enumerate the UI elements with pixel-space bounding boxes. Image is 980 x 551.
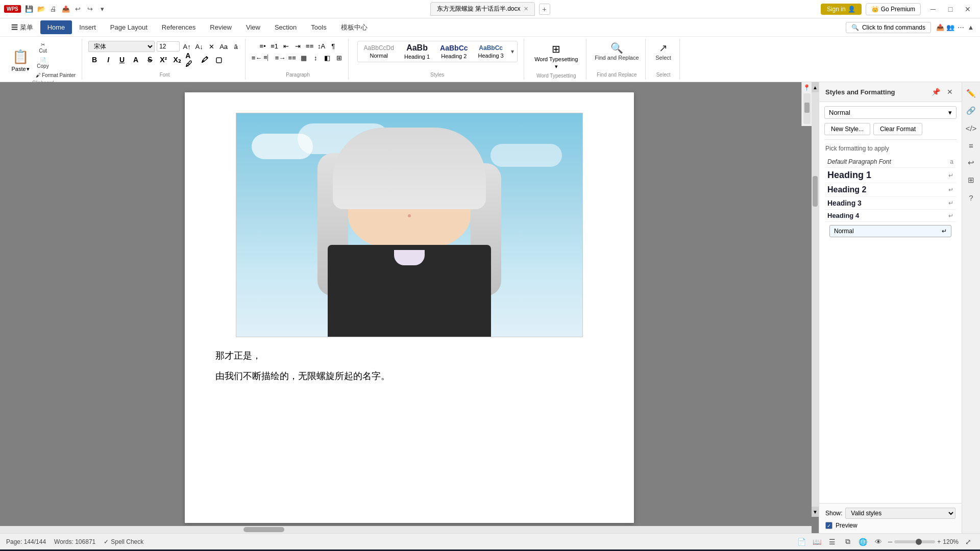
pinyin-button[interactable]: ā xyxy=(231,41,241,52)
template-tab[interactable]: 模板中心 xyxy=(334,20,375,35)
style-gallery-expand[interactable]: ▾ xyxy=(510,47,515,56)
line-spacing-button[interactable]: ↕ xyxy=(310,53,321,63)
share-icon[interactable]: 📤 xyxy=(935,22,945,33)
document-scroll[interactable]: 那才正是， 由我们不断描绘的，无限螺旋所起的名字。 xyxy=(0,82,819,533)
maximize-button[interactable]: □ xyxy=(942,2,959,16)
decrease-font-button[interactable]: A↓ xyxy=(194,41,204,52)
style-default-para[interactable]: Default Paragraph Font a xyxy=(824,156,957,168)
zoom-out-icon[interactable]: ─ xyxy=(888,538,893,545)
new-style-button[interactable]: New Style... xyxy=(824,123,870,135)
multilevel-list-button[interactable]: ≡≡ xyxy=(305,41,315,51)
premium-button[interactable]: 👑 Go Premium xyxy=(866,3,921,15)
show-dropdown[interactable]: Valid styles xyxy=(845,508,955,519)
style-h2[interactable]: AaBbCc Heading 2 xyxy=(436,43,472,60)
pin-icon[interactable]: 📌 xyxy=(930,86,941,97)
print-icon[interactable]: 🖨 xyxy=(48,4,59,14)
home-tab[interactable]: Home xyxy=(40,20,72,34)
style-h3[interactable]: AaBbCc Heading 3 xyxy=(474,43,508,60)
close-button[interactable]: ✕ xyxy=(960,2,976,16)
sort-button[interactable]: ↕A xyxy=(316,41,327,51)
more-icon[interactable]: ▾ xyxy=(97,4,108,14)
font-color-button[interactable]: A xyxy=(130,54,142,66)
align-left-button[interactable]: ≡← xyxy=(252,53,262,63)
references-tab[interactable]: References xyxy=(155,20,203,34)
select-button[interactable]: ↗ Select xyxy=(652,41,675,62)
search-commands[interactable]: 🔍 Click to find commands xyxy=(846,22,931,33)
question-icon[interactable]: ? xyxy=(964,190,978,205)
superscript-button[interactable]: X² xyxy=(157,54,169,66)
minimize-button[interactable]: ─ xyxy=(925,2,941,16)
scroll-down-button[interactable]: ▼ xyxy=(812,507,819,517)
open-icon[interactable]: 📂 xyxy=(36,4,46,14)
cut-button[interactable]: ✂ Cut xyxy=(34,41,52,55)
increase-indent-button[interactable]: ⇥ xyxy=(293,41,303,51)
scroll-thumb[interactable] xyxy=(813,176,818,207)
split-view-icon[interactable]: ⧉ xyxy=(842,536,853,547)
bg-color-button[interactable]: 🖍 xyxy=(199,54,211,66)
undo-panel-icon[interactable]: ↩ xyxy=(964,156,978,170)
style-h4-item[interactable]: Heading 4 ↵ xyxy=(824,210,957,222)
align-right-button[interactable]: ≡→ xyxy=(275,53,285,63)
bullet-list-button[interactable]: ≡• xyxy=(258,41,268,51)
copy-button[interactable]: 📄 Copy xyxy=(34,56,52,70)
style-h1[interactable]: AaBb Heading 1 xyxy=(400,42,434,61)
side-scroll[interactable] xyxy=(803,93,811,124)
scroll-up-button[interactable]: ▲ xyxy=(812,82,819,92)
text-box-button[interactable]: ▢ xyxy=(212,54,225,66)
web-view-icon[interactable]: 🌐 xyxy=(857,536,869,547)
style-h1-item[interactable]: Heading 1 ↵ xyxy=(824,168,957,183)
clear-font-button[interactable]: ✕ xyxy=(206,41,216,52)
paste-dropdown[interactable]: Paste ▾ xyxy=(11,66,29,72)
list-icon[interactable]: ≡ xyxy=(964,138,978,153)
italic-button[interactable]: I xyxy=(102,54,114,66)
tools-tab[interactable]: Tools xyxy=(304,20,333,34)
word-typesetting-button[interactable]: ⊞ Word Typesetting ▾ xyxy=(530,41,582,72)
collapse-ribbon-icon[interactable]: ▲ xyxy=(966,22,976,33)
more-options-icon[interactable]: ⋯ xyxy=(955,22,966,33)
underline-button[interactable]: U xyxy=(116,54,128,66)
outline-view-icon[interactable]: ☰ xyxy=(827,536,838,547)
h-scrollbar[interactable] xyxy=(0,526,812,533)
spell-check-status[interactable]: ✓ Spell Check xyxy=(104,538,143,545)
scroll-track[interactable] xyxy=(812,92,819,507)
shading-button[interactable]: ◧ xyxy=(322,53,332,63)
collab-icon[interactable]: 👥 xyxy=(945,22,955,33)
map-icon[interactable]: 📍 xyxy=(803,84,811,91)
font-family-select[interactable]: 宋体 xyxy=(88,41,155,52)
paste-button[interactable]: 📋 xyxy=(9,48,32,66)
bold-button[interactable]: B xyxy=(88,54,101,66)
preview-checkbox[interactable]: ✓ xyxy=(825,522,832,529)
show-marks-button[interactable]: ¶ xyxy=(328,41,338,51)
signin-button[interactable]: Sign in 👤 xyxy=(821,4,862,15)
find-replace-button[interactable]: 🔍 Find and Replace xyxy=(593,41,641,62)
increase-font-button[interactable]: A↑ xyxy=(182,41,192,52)
font-size-input[interactable] xyxy=(157,41,180,52)
page-layout-tab[interactable]: Page Layout xyxy=(103,20,155,34)
save-icon[interactable]: 💾 xyxy=(24,4,34,14)
export-icon[interactable]: 📤 xyxy=(61,4,71,14)
column-button[interactable]: ▦ xyxy=(299,53,309,63)
h-scroll-thumb[interactable] xyxy=(243,527,284,532)
close-styles-icon[interactable]: ✕ xyxy=(944,86,955,97)
text-highlight-button[interactable]: A🖊 xyxy=(185,54,197,66)
styles-dropdown[interactable]: Normal ▾ xyxy=(824,106,957,119)
eye-icon[interactable]: 👁 xyxy=(873,536,884,547)
redo-icon[interactable]: ↪ xyxy=(85,4,95,14)
review-tab[interactable]: Review xyxy=(203,20,239,34)
font-case-button[interactable]: Aa xyxy=(218,41,229,52)
doc-view-icon[interactable]: 📄 xyxy=(796,536,807,547)
undo-icon[interactable]: ↩ xyxy=(73,4,83,14)
tab-close-icon[interactable]: ✕ xyxy=(524,6,528,12)
document-tab[interactable]: 东方无限螺旋 第十话后半.docx ✕ xyxy=(430,2,535,16)
border-button[interactable]: ⊞ xyxy=(334,53,344,63)
numbered-list-button[interactable]: ≡1 xyxy=(270,41,280,51)
subscript-button[interactable]: X₂ xyxy=(171,54,183,66)
edit-icon[interactable]: ✏️ xyxy=(964,86,978,101)
align-center-button[interactable]: ≡⎸ xyxy=(263,53,274,63)
menu-tab[interactable]: ☰ 菜单 xyxy=(4,20,40,35)
view-tab[interactable]: View xyxy=(239,20,267,34)
align-justify-button[interactable]: ≡≡ xyxy=(287,53,297,63)
v-scrollbar[interactable]: ▲ ▼ xyxy=(812,82,819,517)
fullscreen-icon[interactable]: ⤢ xyxy=(963,536,974,547)
format-painter-button[interactable]: 🖌 Format Painter xyxy=(34,71,78,79)
